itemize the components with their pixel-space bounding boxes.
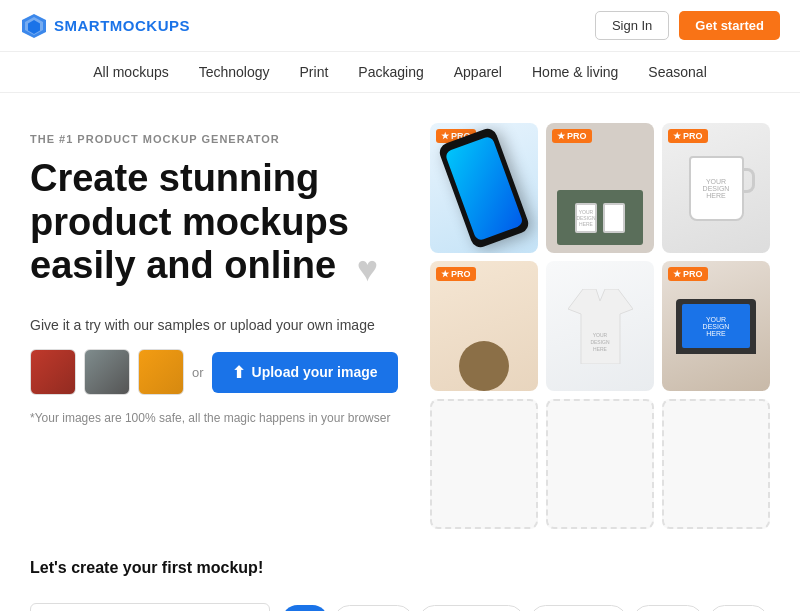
search-box[interactable]: 🔍 xyxy=(30,603,270,611)
sample-image-3[interactable] xyxy=(138,349,184,395)
pro-badge-person: ★ PRO xyxy=(436,267,476,281)
svg-text:DESIGN: DESIGN xyxy=(590,339,610,345)
filter-tab-t-shirts[interactable]: T-Shirts xyxy=(334,605,413,612)
svg-text:YOUR: YOUR xyxy=(592,332,607,338)
mug-shape: YOURDESIGNHERE xyxy=(689,156,744,221)
filter-tab-smartphone[interactable]: Smartphone xyxy=(419,605,524,612)
hero-section: THE #1 PRODUCT MOCKUP GENERATOR Create s… xyxy=(0,93,800,539)
header: SMARTMOCKUPS Sign In Get started xyxy=(0,0,800,52)
nav-item-home-living[interactable]: Home & living xyxy=(532,64,618,80)
pro-badge-laptop: ★ PRO xyxy=(668,267,708,281)
mockup-card-laptop[interactable]: ★ PRO YOURDESIGNHERE xyxy=(662,261,770,391)
hero-tag: THE #1 PRODUCT MOCKUP GENERATOR xyxy=(30,133,410,145)
main-nav: All mockupsTechnologyPrintPackagingAppar… xyxy=(0,52,800,93)
sample-images-row: or ⬆ Upload your image xyxy=(30,349,410,395)
get-started-button[interactable]: Get started xyxy=(679,11,780,40)
nav-item-technology[interactable]: Technology xyxy=(199,64,270,80)
heart-decoration: ♥ xyxy=(357,248,378,289)
create-section: Let's create your first mockup! xyxy=(0,539,800,603)
mug-handle xyxy=(742,168,755,193)
search-filter-row: 🔍 AllT-ShirtsSmartphoneMagazinesBooksLa.… xyxy=(0,603,800,611)
pro-badge-room: ★ PRO xyxy=(552,129,592,143)
laptop-shape: YOURDESIGNHERE xyxy=(676,299,756,354)
hero-subtitle: Give it a try with our samples or upload… xyxy=(30,317,410,333)
mockup-grid: ★ PRO ★ PRO YOURDESIGNHERE ★ PRO xyxy=(430,123,770,529)
tshirt-svg: YOUR DESIGN HERE xyxy=(568,289,633,364)
hero-disclaimer: *Your images are 100% safe, all the magi… xyxy=(30,411,410,425)
mockup-card-empty-3[interactable] xyxy=(662,399,770,529)
nav-item-all-mockups[interactable]: All mockups xyxy=(93,64,168,80)
logo-text: SMARTMOCKUPS xyxy=(54,17,190,34)
hero-left: THE #1 PRODUCT MOCKUP GENERATOR Create s… xyxy=(30,123,410,529)
logo[interactable]: SMARTMOCKUPS xyxy=(20,12,190,40)
frame-item-2 xyxy=(603,203,625,233)
filter-tab-all[interactable]: All xyxy=(282,605,328,612)
phone-screen xyxy=(444,135,523,241)
nav-item-seasonal[interactable]: Seasonal xyxy=(648,64,706,80)
mockup-card-person[interactable]: ★ PRO xyxy=(430,261,538,391)
laptop-screen: YOURDESIGNHERE xyxy=(682,304,750,348)
filter-tab-magazines[interactable]: Magazines xyxy=(530,605,627,612)
nav-item-apparel[interactable]: Apparel xyxy=(454,64,502,80)
sample-image-1[interactable] xyxy=(30,349,76,395)
room-furniture: YOURDESIGNHERE xyxy=(557,190,643,245)
mockup-card-empty-2[interactable] xyxy=(546,399,654,529)
mockup-card-phone[interactable]: ★ PRO xyxy=(430,123,538,253)
frame-item-1: YOURDESIGNHERE xyxy=(575,203,597,233)
signin-button[interactable]: Sign In xyxy=(595,11,669,40)
mockup-card-room[interactable]: ★ PRO YOURDESIGNHERE xyxy=(546,123,654,253)
mockup-card-mug[interactable]: ★ PRO YOURDESIGNHERE xyxy=(662,123,770,253)
nav-item-print[interactable]: Print xyxy=(300,64,329,80)
filter-tab-la---[interactable]: La... xyxy=(709,605,768,612)
or-text: or xyxy=(192,365,204,380)
nav-item-packaging[interactable]: Packaging xyxy=(358,64,423,80)
header-actions: Sign In Get started xyxy=(595,11,780,40)
pro-badge-mug: ★ PRO xyxy=(668,129,708,143)
sample-image-2[interactable] xyxy=(84,349,130,395)
person-head xyxy=(459,341,509,391)
phone-shape xyxy=(437,126,531,250)
svg-text:HERE: HERE xyxy=(593,346,608,352)
tshirt-container: YOUR DESIGN HERE xyxy=(568,289,633,364)
hero-title: Create stunning product mockups easily a… xyxy=(30,157,410,289)
upload-button[interactable]: ⬆ Upload your image xyxy=(212,352,398,393)
create-title: Let's create your first mockup! xyxy=(30,559,770,577)
mockup-card-empty-1[interactable] xyxy=(430,399,538,529)
logo-icon xyxy=(20,12,48,40)
filter-tab-books[interactable]: Books xyxy=(633,605,703,612)
mockup-card-tshirt[interactable]: YOUR DESIGN HERE xyxy=(546,261,654,391)
upload-icon: ⬆ xyxy=(232,363,245,382)
filter-tabs: AllT-ShirtsSmartphoneMagazinesBooksLa... xyxy=(282,605,768,612)
